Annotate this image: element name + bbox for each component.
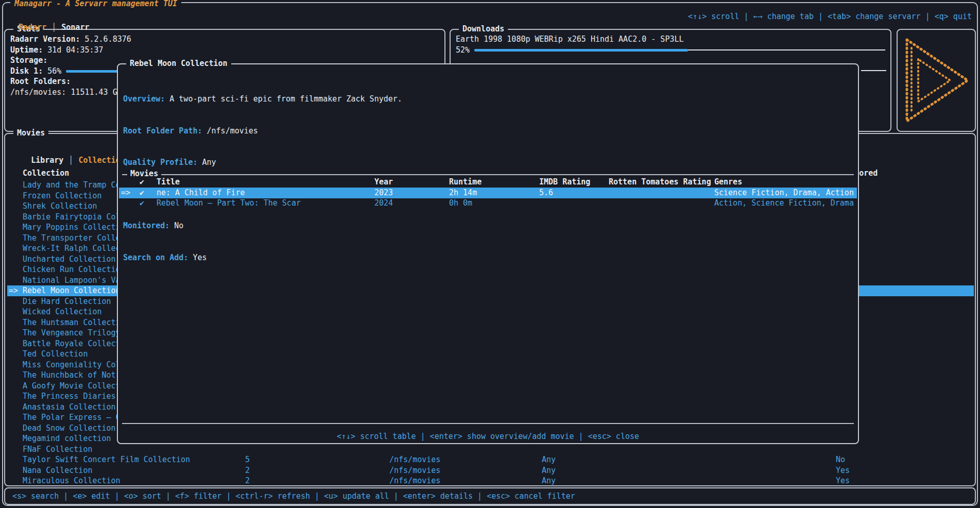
collection-name: Die Hard Collection <box>23 296 111 307</box>
movie-row[interactable]: ✔ Rebel Moon – Part Two: The Scar 2024 0… <box>119 198 857 209</box>
field-monitored: Monitored:No <box>123 221 402 231</box>
collection-name: Battle Royale Collect <box>23 338 121 349</box>
collection-name: Taylor Swift Concert Film Collection <box>23 454 190 465</box>
collection-row[interactable]: Taylor Swift Concert Film Collection5/nf… <box>7 454 974 465</box>
field-quality-profile: Quality Profile:Any <box>123 157 402 168</box>
movie-row[interactable]: => ✔ ne: A Child of Fire 2023 2h 14m 5.6… <box>119 188 857 198</box>
footer-keybar: <s> search | <e> edit | <o> sort | <f> f… <box>4 487 976 505</box>
collection-name: Wicked Collection <box>23 307 102 317</box>
collection-monitored: Yes <box>836 476 850 486</box>
collection-movie-count: 2 <box>245 476 250 486</box>
download-progress-gauge <box>474 49 885 52</box>
collection-name: Rebel Moon Collection <box>23 285 121 296</box>
downloads-panel-title: Downloads <box>459 24 508 35</box>
collection-monitored: Yes <box>836 465 850 476</box>
collection-name: Chicken Run Collectio <box>23 264 121 275</box>
collection-monitored: No <box>836 454 845 465</box>
collection-movie-count: 5 <box>245 454 250 465</box>
app-title: Managarr - A Servarr management TUI <box>10 0 181 9</box>
tab-sonarr[interactable]: Sonarr <box>61 23 89 32</box>
selection-arrow-icon: => <box>121 188 130 198</box>
collection-name: Dead Snow Collection <box>23 423 116 434</box>
movie-year: 2024 <box>374 198 393 209</box>
collection-quality-profile: Any <box>542 476 556 486</box>
collection-movie-count: 2 <box>245 465 250 476</box>
collection-row[interactable]: FNaF Collection <box>7 444 974 455</box>
checkmark-icon: ✔ <box>140 177 144 188</box>
collection-root-folder: /nfs/movies <box>389 465 440 476</box>
collection-name: Shrek Collection <box>23 201 97 212</box>
collection-name: Megamind collection <box>23 433 111 444</box>
global-keybindings: <↑↓> scroll | ←→ change tab | <tab> chan… <box>688 11 972 22</box>
checkmark-icon: ✔ <box>140 198 144 209</box>
tab-separator: │ <box>68 156 73 165</box>
servarr-tabbar: Radarr│Sonarr <box>9 11 89 32</box>
disk-percent: 56% <box>47 66 61 77</box>
movie-genres: Science Fiction, Drama, Action <box>714 188 854 198</box>
collection-root-folder: /nfs/movies <box>389 476 440 486</box>
radarr-version-line: Radarr Version:5.2.6.8376 <box>10 34 439 45</box>
modal-keybindings: <↑↓> scroll table | <enter> show overvie… <box>118 431 858 442</box>
collection-name: Frozen Collection <box>23 191 102 201</box>
collection-row[interactable]: Miraculous Collection2/nfs/moviesAnyYes <box>7 476 974 486</box>
collection-name: Miraculous Collection <box>23 476 121 486</box>
movies-panel-title: Movies <box>13 128 48 139</box>
collection-name: FNaF Collection <box>23 444 92 455</box>
uptime-line: Uptime:31d 04:35:37 <box>10 45 439 56</box>
modal-bottom-divider <box>122 423 854 424</box>
download-percent: 52% <box>456 45 470 56</box>
uptime-value: 31d 04:35:37 <box>47 45 103 55</box>
collection-quality-profile: Any <box>542 465 556 476</box>
collection-name: Anastasia Collection <box>23 402 116 413</box>
collection-name: The Polar Express – C <box>23 412 121 423</box>
movies-section-divider <box>122 174 854 175</box>
collection-name: Ted Collection <box>23 349 88 360</box>
movie-title: ne: A Child of Fire <box>157 188 245 198</box>
collection-details-modal: Rebel Moon Collection Overview:A two-par… <box>117 63 859 444</box>
collection-name: Uncharted Collection <box>23 254 116 265</box>
collection-name: The Vengeance Trilogy <box>23 328 121 338</box>
collection-name: The Huntsman Collecti <box>23 317 121 328</box>
collection-name: Miss Congeniality Col <box>23 360 121 370</box>
checkmark-icon: ✔ <box>140 188 144 198</box>
tab-separator: │ <box>51 23 56 32</box>
table-keybindings: <s> search | <e> edit | <o> sort | <f> f… <box>12 491 575 502</box>
download-progress-line: 52% <box>456 45 885 56</box>
collection-name: National Lampoon's Va <box>23 275 121 286</box>
collection-name: The Hunchback of Notr <box>23 370 121 381</box>
field-overview: Overview:A two-part sci-fi epic from fil… <box>123 94 402 105</box>
movie-runtime: 2h 14m <box>449 188 477 198</box>
tab-library[interactable]: Library <box>31 156 63 165</box>
collection-name: A Goofy Movie Collect <box>23 381 121 392</box>
movies-table-header: ✔ Title Year Runtime IMDB Rating Rotten … <box>119 177 857 188</box>
movie-year: 2023 <box>374 188 393 198</box>
tab-radarr[interactable]: Radarr <box>19 23 46 32</box>
logo-panel <box>897 29 976 132</box>
collection-name: Mary Poppins Collecti <box>23 222 121 233</box>
modal-title: Rebel Moon Collection <box>126 58 231 69</box>
collection-name: Lady and the Tramp Co <box>23 180 121 191</box>
field-root-folder-path: Root Folder Path:/nfs/movies <box>123 126 402 137</box>
movie-genres: Action, Science Fiction, Drama <box>714 198 854 209</box>
collection-name: Nana Collection <box>23 465 92 476</box>
collection-row[interactable]: Nana Collection2/nfs/moviesAnyYes <box>7 465 974 476</box>
column-header-collection: Collection <box>23 168 69 179</box>
radarr-version-value: 5.2.6.8376 <box>84 35 131 44</box>
collection-name: The Transporter Colle <box>23 233 121 244</box>
collection-root-folder: /nfs/movies <box>389 454 440 465</box>
managarr-play-logo-icon <box>903 37 972 124</box>
field-search-on-add: Search on Add:Yes <box>123 252 402 263</box>
collection-quality-profile: Any <box>542 454 556 465</box>
movie-title: Rebel Moon – Part Two: The Scar <box>157 198 301 209</box>
collection-name: Wreck-It Ralph Collec <box>23 243 121 254</box>
collection-name: The Princess Diaries <box>23 391 116 402</box>
selection-arrow-icon: => <box>9 285 18 296</box>
movie-runtime: 0h 0m <box>449 198 472 209</box>
download-item-name: Earth 1998 1080p WEBRip x265 Hindi AAC2.… <box>456 34 885 45</box>
movie-imdb-rating: 5.6 <box>539 188 553 198</box>
collection-name: Barbie Fairytopia Col <box>23 212 121 223</box>
second-download-gauge-fragment <box>861 70 886 71</box>
